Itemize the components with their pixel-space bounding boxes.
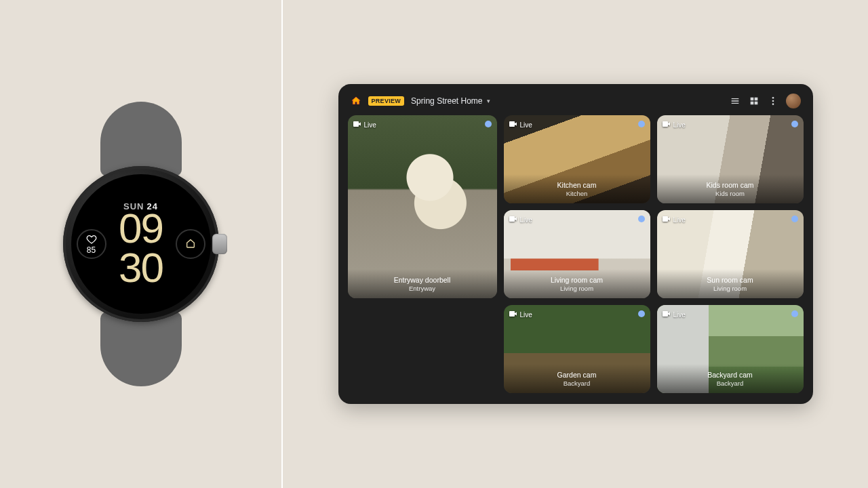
live-label: Live: [520, 121, 532, 129]
live-indicator: Live: [663, 216, 686, 224]
home-complication[interactable]: [176, 229, 205, 259]
watch-case: SUN24 09 30 85: [63, 166, 219, 322]
more-menu-button[interactable]: [767, 95, 779, 107]
camera-name: Sun room cam: [663, 276, 798, 285]
watch-panel: SUN24 09 30 85: [0, 0, 281, 488]
list-view-button[interactable]: [729, 95, 741, 107]
camera-name: Kids room cam: [663, 181, 798, 190]
live-label: Live: [673, 216, 686, 224]
chevron-down-icon: ▾: [487, 98, 490, 104]
camera-icon: [663, 310, 671, 319]
camera-name: Kitchen cam: [509, 181, 645, 190]
camera-caption: Living room cam Living room: [504, 269, 650, 298]
camera-tile-sun-room[interactable]: Live Sun room cam Living room: [657, 210, 804, 298]
camera-tile-living-room[interactable]: Live Living room cam Living room: [504, 210, 650, 298]
heart-rate-value: 85: [87, 245, 96, 255]
dashboard-panel: PREVIEW Spring Street Home ▾: [283, 0, 868, 488]
live-indicator: Live: [663, 121, 686, 129]
camera-caption: Entryway doorbell Entryway: [348, 269, 497, 298]
status-dot: [485, 121, 492, 127]
live-indicator: Live: [663, 310, 686, 319]
svg-point-1: [772, 100, 774, 102]
live-label: Live: [520, 311, 532, 319]
camera-icon: [509, 216, 517, 224]
camera-room: Entryway: [353, 285, 492, 293]
camera-caption: Kitchen cam Kitchen: [504, 174, 650, 203]
camera-name: Living room cam: [509, 276, 645, 285]
camera-caption: Garden cam Backyard: [504, 364, 650, 393]
home-selector[interactable]: Spring Street Home ▾: [411, 96, 490, 106]
camera-room: Kids room: [663, 190, 798, 198]
camera-caption: Kids room cam Kids room: [657, 174, 804, 203]
grid-view-button[interactable]: [748, 95, 760, 107]
camera-room: Backyard: [663, 380, 798, 388]
camera-tile-kids-room[interactable]: Live Kids room cam Kids room: [657, 115, 804, 203]
camera-icon: [509, 310, 517, 319]
watch-minute: 30: [119, 248, 163, 287]
status-dot: [791, 310, 798, 317]
watch-strap-top: [100, 102, 182, 176]
home-name: Spring Street Home: [411, 96, 482, 106]
camera-caption: Sun room cam Living room: [657, 269, 804, 298]
watch-strap-bottom: [100, 312, 182, 386]
live-label: Live: [520, 216, 532, 224]
live-indicator: Live: [509, 121, 532, 129]
camera-grid: Live Entryway doorbell Entryway Live: [348, 115, 804, 393]
home-dashboard: PREVIEW Spring Street Home ▾: [338, 84, 813, 404]
dashboard-header: PREVIEW Spring Street Home ▾: [348, 92, 804, 115]
svg-point-0: [772, 97, 774, 99]
status-dot: [638, 216, 645, 222]
smartwatch: SUN24 09 30 85: [70, 102, 212, 386]
account-avatar[interactable]: [786, 94, 801, 108]
camera-icon: [663, 216, 671, 224]
camera-room: Backyard: [509, 380, 645, 388]
camera-icon: [353, 121, 361, 129]
heart-icon: [86, 234, 97, 246]
watch-face[interactable]: SUN24 09 30 85: [71, 174, 211, 314]
camera-room: Living room: [509, 285, 645, 293]
watch-crown[interactable]: [212, 234, 227, 254]
camera-icon: [663, 121, 671, 129]
camera-room: Living room: [663, 285, 798, 293]
status-dot: [638, 121, 645, 127]
live-label: Live: [673, 311, 686, 319]
camera-tile-kitchen[interactable]: Live Kitchen cam Kitchen: [504, 115, 650, 203]
camera-tile-entryway[interactable]: Live Entryway doorbell Entryway: [348, 115, 497, 298]
camera-name: Garden cam: [509, 371, 645, 380]
live-indicator: Live: [353, 121, 376, 129]
live-label: Live: [673, 121, 686, 129]
svg-point-2: [772, 103, 774, 105]
home-icon: [185, 238, 196, 250]
watch-time: 09 30: [119, 209, 163, 286]
camera-room: Kitchen: [509, 190, 645, 198]
live-indicator: Live: [509, 216, 532, 224]
camera-tile-garden[interactable]: Live Garden cam Backyard: [504, 305, 650, 393]
google-home-logo-icon: [351, 96, 361, 106]
camera-name: Entryway doorbell: [353, 276, 492, 285]
preview-badge: PREVIEW: [368, 96, 405, 106]
camera-name: Backyard cam: [663, 371, 798, 380]
status-dot: [638, 310, 645, 317]
heart-rate-complication[interactable]: 85: [77, 229, 106, 259]
status-dot: [791, 121, 798, 127]
camera-caption: Backyard cam Backyard: [657, 364, 804, 393]
camera-tile-backyard[interactable]: Live Backyard cam Backyard: [657, 305, 804, 393]
live-indicator: Live: [509, 310, 532, 319]
camera-icon: [509, 121, 517, 129]
status-dot: [791, 216, 798, 222]
live-label: Live: [364, 121, 376, 129]
